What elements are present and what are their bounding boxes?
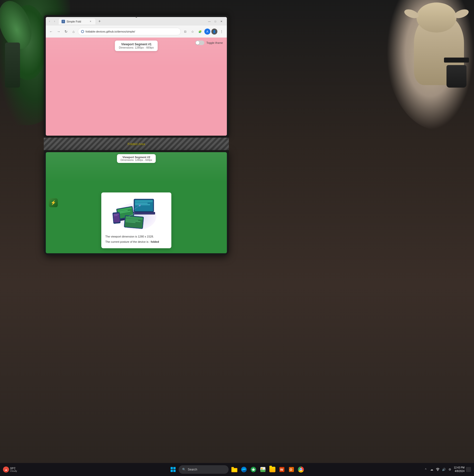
office-icon[interactable]: W [278, 465, 286, 474]
url-text: foldable-devices.github.io/demos/simple/ [86, 30, 135, 33]
toggle-label: Toggle iframe [206, 41, 223, 44]
wifi-icon[interactable] [435, 467, 440, 472]
temperature: 18°C [10, 467, 17, 470]
toggle-iframe-control: Toggle iframe [195, 41, 223, 45]
segment2-title: Viewport Segment #2 [121, 156, 152, 159]
weather-widget[interactable]: ☁ 18°C Cloudy [3, 466, 17, 472]
minimize-button[interactable]: — [207, 19, 211, 23]
svg-point-37 [437, 470, 438, 471]
url-bar[interactable]: foldable-devices.github.io/demos/simple/ [78, 28, 181, 35]
browser-chrome: ‹ › f Simple Fold × + [46, 17, 227, 38]
segment1-title: Viewport Segment #1 [119, 43, 154, 46]
extensions-icon[interactable]: 🧩 [197, 28, 203, 35]
tab-bar: ‹ › f Simple Fold × + [46, 17, 227, 26]
home-button[interactable]: ⌂ [70, 28, 77, 35]
svg-text:O: O [290, 468, 292, 471]
system-clock[interactable]: 12:43 PM 4/8/2024 [454, 466, 464, 473]
weather-info: 18°C Cloudy [10, 467, 17, 472]
window-controls: — □ ✕ [207, 19, 225, 23]
spartan-app-icon: ⚡ [49, 198, 58, 207]
weather-condition: Cloudy [10, 470, 17, 472]
chevron-up-icon[interactable]: ^ [423, 467, 428, 472]
svg-rect-3 [135, 200, 153, 202]
edge-news-icon[interactable] [249, 465, 258, 474]
cast-icon[interactable]: ⊡ [182, 28, 188, 35]
top-webpage-content: Viewport Segment #1 Dimensions: 1280px -… [46, 38, 227, 136]
chrome-icon[interactable] [297, 465, 305, 474]
device-illustration [111, 196, 161, 231]
close-button[interactable]: ✕ [219, 19, 223, 23]
folder-shape [269, 467, 275, 472]
more-menu-button[interactable]: ⋮ [218, 28, 225, 35]
svg-text:W: W [280, 468, 283, 471]
forward-button[interactable]: → [55, 28, 62, 35]
windows-logo [171, 467, 176, 472]
device-info-card: The viewport dimension is 1280 x 1528. T… [101, 192, 171, 248]
fold-hinge-area: Folded Area [44, 138, 229, 150]
edge-browser-icon[interactable] [240, 465, 248, 474]
svg-rect-4 [135, 203, 148, 204]
address-bar-row: ← → ↻ ⌂ foldable-devices.github.io/demos… [46, 26, 227, 38]
laptop-top-panel: ‹ › f Simple Fold × + [44, 15, 229, 138]
taskbar-center-section: 🔍 Search [169, 465, 305, 474]
tab-close-button[interactable]: × [89, 20, 93, 24]
windows-taskbar: ☁ 18°C Cloudy 🔍 Search [0, 463, 474, 476]
laptop-bottom-panel: Viewport Segment #2 Dimensions: 1280px -… [44, 150, 229, 255]
viewport-segment-2-info: Viewport Segment #2 Dimensions: 1280px -… [117, 154, 156, 163]
folded-area-label: Folded Area [128, 142, 145, 146]
maximize-button[interactable]: □ [213, 19, 217, 23]
taskbar-right-section: ^ ☁ 🔊 ⚙ 12:43 PM 4/8/2024 [423, 466, 471, 473]
onedrive-icon[interactable]: O [287, 465, 296, 474]
browser-tab-simple-fold[interactable]: f Simple Fold × [58, 18, 96, 25]
new-tab-button[interactable]: + [96, 18, 103, 25]
top-screen: ‹ › f Simple Fold × + [46, 17, 227, 136]
taskbar-apps: W O [230, 465, 305, 474]
weather-icon: ☁ [3, 466, 9, 472]
clock-time: 12:43 PM [454, 466, 464, 469]
security-icon [81, 30, 84, 33]
file-explorer-icon[interactable] [230, 465, 239, 474]
clock-date: 4/8/2024 [454, 469, 464, 473]
svg-rect-26 [232, 468, 237, 472]
system-tray: ^ ☁ 🔊 ⚙ [423, 467, 452, 472]
folder-icon[interactable] [268, 465, 277, 474]
profile-icon[interactable]: A [204, 29, 210, 35]
toolbar-icons: ⊡ ☆ 🧩 A 👤 ⋮ [182, 28, 225, 35]
svg-rect-5 [135, 204, 150, 205]
tab-favicon: f [62, 20, 65, 23]
chrome-inner [300, 468, 302, 471]
back-nav-icon: ‹ [47, 19, 52, 24]
taskbar-left-section: ☁ 18°C Cloudy [3, 466, 33, 472]
start-button[interactable] [169, 465, 177, 473]
reload-button[interactable]: ↻ [63, 28, 69, 35]
bookmark-icon[interactable]: ☆ [189, 28, 196, 35]
svg-rect-7 [133, 212, 155, 214]
taskbar-search[interactable]: 🔍 Search [179, 465, 229, 474]
search-placeholder: Search [188, 468, 197, 471]
forward-nav-icon: › [52, 19, 57, 24]
segment1-dimensions: Dimensions: 1280px - 669px [119, 46, 154, 49]
user-icon[interactable]: 👤 [211, 29, 217, 35]
tab-title: Simple Fold [67, 20, 81, 23]
svg-rect-27 [231, 467, 234, 468]
toggle-switch[interactable] [195, 41, 204, 45]
settings-icon[interactable]: ⚙ [447, 467, 452, 472]
card-dimension-text: The viewport dimension is 1280 x 1528. [105, 234, 167, 239]
notification-icon[interactable] [466, 467, 471, 472]
photos-icon[interactable] [259, 465, 267, 474]
segment2-dimensions: Dimensions: 1280px - 669px [121, 159, 152, 161]
card-posture-text: The current posture of the device is : f… [105, 240, 167, 244]
laptop-device: ‹ › f Simple Fold × + [44, 15, 229, 255]
cloud-icon[interactable]: ☁ [429, 467, 434, 472]
search-icon: 🔍 [182, 468, 186, 471]
volume-icon[interactable]: 🔊 [441, 467, 446, 472]
chrome-shape [298, 466, 304, 472]
viewport-segment-1-info: Viewport Segment #1 Dimensions: 1280px -… [115, 41, 158, 51]
bottom-screen: Viewport Segment #2 Dimensions: 1280px -… [46, 152, 227, 253]
back-button[interactable]: ← [48, 28, 54, 35]
